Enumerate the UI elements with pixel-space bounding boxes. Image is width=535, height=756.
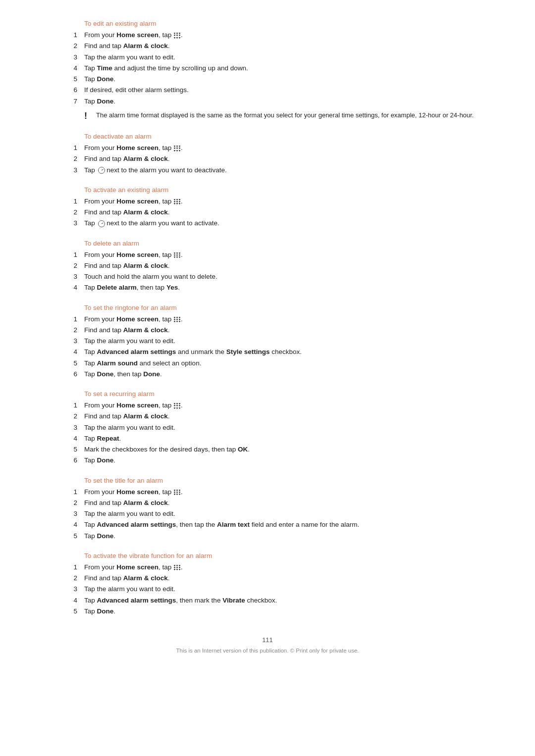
step-text: Find and tap Alarm & clock. [84, 261, 481, 271]
step-item: 3Touch and hold the alarm you want to de… [54, 272, 481, 282]
step-text: Tap Done. [84, 97, 481, 106]
step-number: 5 [54, 606, 84, 616]
step-list-recurring-alarm: 1From your Home screen, tap .2Find and t… [54, 401, 481, 466]
step-item: 6Tap Done, then tap Done. [54, 369, 481, 379]
step-text: Touch and hold the alarm you want to del… [84, 272, 481, 282]
step-text: Find and tap Alarm & clock. [84, 498, 481, 508]
section-title-activate-alarm: To activate an existing alarm [54, 186, 481, 194]
step-item: 1From your Home screen, tap . [54, 143, 481, 153]
step-number: 1 [54, 250, 84, 260]
step-item: 2Find and tap Alarm & clock. [54, 41, 481, 51]
step-text: Tap Alarm sound and select an option. [84, 358, 481, 368]
step-number: 1 [54, 562, 84, 572]
step-list-edit-alarm: 1From your Home screen, tap .2Find and t… [54, 30, 481, 106]
step-item: 3Tap the alarm you want to edit. [54, 584, 481, 594]
step-number: 3 [54, 336, 84, 346]
step-item: 1From your Home screen, tap . [54, 401, 481, 410]
step-text: From your Home screen, tap . [84, 401, 481, 410]
step-text: Find and tap Alarm & clock. [84, 325, 481, 335]
step-number: 5 [54, 74, 84, 84]
section-title-recurring-alarm: To set a recurring alarm [54, 390, 481, 398]
footer-note: This is an Internet version of this publ… [54, 648, 481, 654]
step-text: Tap Repeat. [84, 434, 481, 444]
step-number: 1 [54, 487, 84, 497]
step-text: Tap Done. [84, 455, 481, 465]
step-list-set-title: 1From your Home screen, tap .2Find and t… [54, 487, 481, 541]
step-item: 4Tap Advanced alarm settings, then tap t… [54, 520, 481, 530]
step-item: 1From your Home screen, tap . [54, 30, 481, 40]
apps-icon [173, 489, 181, 496]
step-number: 4 [54, 596, 84, 605]
step-text: From your Home screen, tap . [84, 487, 481, 497]
step-text: From your Home screen, tap . [84, 30, 481, 40]
step-item: 3Tap the alarm you want to edit. [54, 52, 481, 62]
page-number: 111 [54, 636, 481, 644]
step-item: 1From your Home screen, tap . [54, 197, 481, 206]
section-title-delete-alarm: To delete an alarm [54, 240, 481, 247]
step-item: 6If desired, edit other alarm settings. [54, 85, 481, 95]
step-item: 4Tap Advanced alarm settings and unmark … [54, 347, 481, 357]
step-number: 2 [54, 207, 84, 217]
note-icon: ! [84, 110, 92, 122]
step-number: 2 [54, 325, 84, 335]
step-number: 4 [54, 434, 84, 444]
step-text: From your Home screen, tap . [84, 314, 481, 324]
step-list-activate-alarm: 1From your Home screen, tap .2Find and t… [54, 197, 481, 229]
step-item: 5Tap Done. [54, 531, 481, 541]
step-item: 5Tap Alarm sound and select an option. [54, 358, 481, 368]
apps-icon [173, 199, 181, 205]
step-number: 2 [54, 41, 84, 51]
section-title-set-title: To set the title for an alarm [54, 477, 481, 484]
step-number: 3 [54, 52, 84, 62]
step-item: 4Tap Repeat. [54, 434, 481, 444]
apps-icon [173, 403, 181, 409]
section-delete-alarm: To delete an alarm1From your Home screen… [54, 240, 481, 293]
step-text: Tap the alarm you want to edit. [84, 584, 481, 594]
section-title-deactivate-alarm: To deactivate an alarm [54, 133, 481, 140]
step-list-set-ringtone: 1From your Home screen, tap .2Find and t… [54, 314, 481, 380]
section-title-set-ringtone: To set the ringtone for an alarm [54, 304, 481, 311]
step-number: 6 [54, 369, 84, 379]
step-list-vibrate: 1From your Home screen, tap .2Find and t… [54, 562, 481, 616]
step-number: 4 [54, 347, 84, 357]
step-number: 3 [54, 165, 84, 175]
step-list-deactivate-alarm: 1From your Home screen, tap .2Find and t… [54, 143, 481, 175]
section-vibrate: To activate the vibrate function for an … [54, 552, 481, 616]
step-item: 1From your Home screen, tap . [54, 250, 481, 260]
step-text: Find and tap Alarm & clock. [84, 41, 481, 51]
apps-icon [173, 564, 181, 571]
step-number: 2 [54, 498, 84, 508]
note-text: The alarm time format displayed is the s… [96, 110, 481, 120]
step-item: 1From your Home screen, tap . [54, 314, 481, 324]
step-number: 4 [54, 520, 84, 530]
step-text: Tap Done, then tap Done. [84, 369, 481, 379]
step-number: 5 [54, 358, 84, 368]
section-set-ringtone: To set the ringtone for an alarm1From yo… [54, 304, 481, 380]
apps-icon [173, 316, 181, 323]
step-text: Tap next to the alarm you want to activa… [84, 218, 481, 228]
step-text: Tap Done. [84, 531, 481, 541]
step-item: 1From your Home screen, tap . [54, 562, 481, 572]
step-text: Tap Done. [84, 606, 481, 616]
step-text: Tap the alarm you want to edit. [84, 509, 481, 519]
section-title-edit-alarm: To edit an existing alarm [54, 20, 481, 27]
step-item: 5Mark the checkboxes for the desired day… [54, 445, 481, 454]
step-text: Tap the alarm you want to edit. [84, 336, 481, 346]
step-number: 1 [54, 401, 84, 410]
step-number: 3 [54, 272, 84, 282]
section-activate-alarm: To activate an existing alarm1From your … [54, 186, 481, 229]
step-text: Tap Delete alarm, then tap Yes. [84, 283, 481, 293]
step-text: From your Home screen, tap . [84, 562, 481, 572]
step-text: Mark the checkboxes for the desired days… [84, 445, 481, 454]
step-text: Tap the alarm you want to edit. [84, 423, 481, 433]
step-text: Tap Advanced alarm settings, then mark t… [84, 596, 481, 605]
step-text: Find and tap Alarm & clock. [84, 207, 481, 217]
step-text: Tap next to the alarm you want to deacti… [84, 165, 481, 175]
step-item: 2Find and tap Alarm & clock. [54, 411, 481, 421]
step-item: 6Tap Done. [54, 455, 481, 465]
step-number: 1 [54, 314, 84, 324]
step-text: Find and tap Alarm & clock. [84, 573, 481, 583]
step-text: From your Home screen, tap . [84, 143, 481, 153]
step-item: 3Tap the alarm you want to edit. [54, 509, 481, 519]
step-item: 2Find and tap Alarm & clock. [54, 325, 481, 335]
